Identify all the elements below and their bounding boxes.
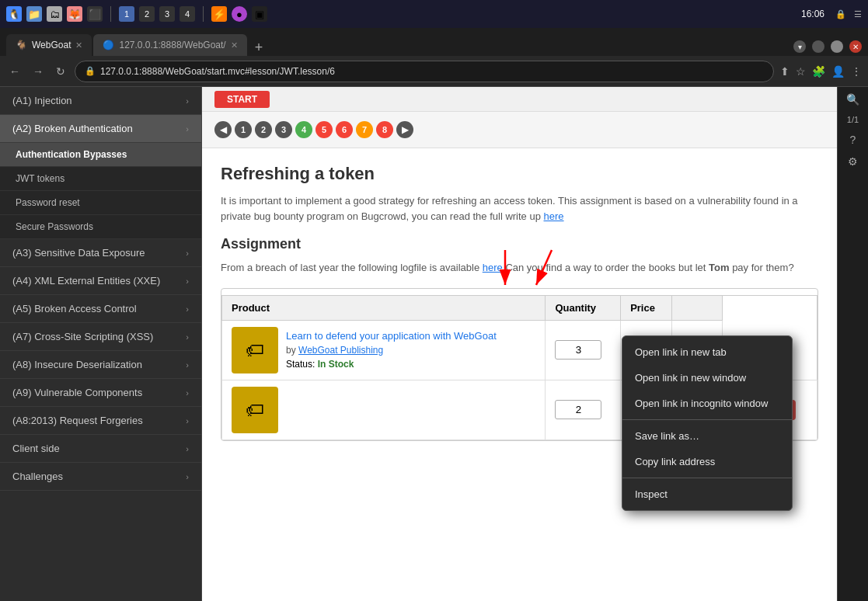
taskbar-menu-icon[interactable]: ☰ [854, 9, 862, 19]
taskbar-burp-icon[interactable]: ⚡ [211, 6, 227, 22]
taskbar-num2[interactable]: 2 [139, 6, 155, 22]
sidebar-item-a5[interactable]: (A5) Broken Access Control › [0, 295, 201, 323]
taskbar-arch-icon[interactable]: 🐧 [6, 6, 22, 22]
reload-button[interactable]: ↻ [53, 62, 68, 81]
product-author-link[interactable]: WebGoat Publishing [298, 345, 383, 356]
bookmark-icon[interactable]: ☆ [796, 65, 806, 78]
step-1[interactable]: 1 [235, 121, 252, 138]
taskbar-circle-icon[interactable]: ● [232, 6, 247, 22]
url-input[interactable]: 🔒 127.0.0.1:8888/WebGoat/start.mvc#lesso… [75, 61, 774, 82]
chevron-right-a5-icon: › [186, 304, 189, 314]
sidebar-item-a9[interactable]: (A9) Vulnerable Components › [0, 379, 201, 407]
context-inspect[interactable]: Inspect [622, 481, 792, 507]
context-separator-1 [622, 419, 792, 420]
sidebar-item-client[interactable]: Client side › [0, 435, 201, 463]
assignment-title: Assignment [221, 236, 818, 252]
product-status-label: Status: [286, 359, 315, 370]
tab-close-webgoat[interactable]: ✕ [75, 40, 82, 50]
sidebar-item-a2-broken-auth[interactable]: (A2) Broken Authentication › [0, 115, 201, 143]
sidebar-item-a2-label: (A2) Broken Authentication [12, 123, 133, 134]
sidebar-item-a8-2013[interactable]: (A8:2013) Request Forgeries › [0, 407, 201, 435]
qty-input-2[interactable] [555, 400, 601, 419]
chevron-right-a8-icon: › [186, 360, 189, 370]
tab-second-label: 127.0.0.1:8888/WebGoat/ [119, 40, 225, 50]
step-6[interactable]: 6 [336, 121, 353, 138]
next-step-button[interactable]: ▶ [396, 121, 413, 138]
sidebar-item-challenges-label: Challenges [12, 471, 63, 482]
profile-icon[interactable]: 👤 [831, 65, 845, 78]
chevron-right-icon: › [186, 96, 189, 106]
qty-input-1[interactable] [555, 340, 601, 360]
forward-button[interactable]: → [30, 62, 47, 81]
sidebar-sub-secure-pwd[interactable]: Secure Passwords [0, 215, 201, 239]
sidebar-sub-jwt-tokens[interactable]: JWT tokens [0, 167, 201, 191]
share-icon[interactable]: ⬆ [780, 65, 790, 78]
context-open-new-window[interactable]: Open link in new window [622, 365, 792, 391]
context-copy-link[interactable]: Copy link address [622, 449, 792, 474]
qty-cell-1 [546, 320, 621, 380]
assignment-here-link[interactable]: here [483, 262, 503, 273]
context-open-new-tab[interactable]: Open link in new tab [622, 339, 792, 365]
context-save-link[interactable]: Save link as… [622, 423, 792, 449]
tab-webgoat-label: WebGoat [32, 40, 71, 50]
tab-overflow-icon[interactable]: ▾ [793, 40, 806, 53]
sidebar-item-a4[interactable]: (A4) XML External Entities (XXE) › [0, 267, 201, 295]
taskbar-terminal2-icon[interactable]: ▣ [252, 6, 267, 22]
product-status-value: In Stock [318, 359, 354, 370]
minimize-icon[interactable] [812, 40, 824, 53]
product-title-link[interactable]: Learn to defend your application with We… [286, 330, 497, 342]
taskbar-num1[interactable]: 1 [119, 6, 134, 22]
taskbar-thunar-icon[interactable]: 🗂 [47, 6, 62, 22]
new-tab-button[interactable]: + [249, 40, 270, 56]
browser-window: 🐐 WebGoat ✕ 🔵 127.0.0.1:8888/WebGoat/ ✕ … [0, 28, 868, 601]
taskbar-firefox-icon[interactable]: 🦊 [67, 6, 82, 22]
step-5[interactable]: 5 [315, 121, 333, 138]
step-7[interactable]: 7 [356, 121, 373, 138]
step-8[interactable]: 8 [376, 121, 393, 138]
chevron-down-icon: › [186, 124, 189, 134]
sidebar-item-a8-2013-label: (A8:2013) Request Forgeries [12, 415, 143, 426]
sidebar-item-a7[interactable]: (A7) Cross-Site Scripting (XSS) › [0, 323, 201, 351]
sidebar-sub-pwd-reset[interactable]: Password reset [0, 191, 201, 215]
sidebar-page-icon: 1/1 [847, 115, 859, 124]
lesson-title: Refreshing a token [221, 164, 818, 184]
context-separator-2 [622, 478, 792, 478]
close-window-icon[interactable]: ✕ [849, 40, 862, 53]
maximize-icon[interactable] [831, 40, 843, 53]
sidebar-search-icon[interactable]: 🔍 [846, 93, 859, 106]
taskbar-terminal-icon[interactable]: ⬛ [87, 6, 103, 22]
menu-icon[interactable]: ⋮ [851, 65, 862, 78]
chevron-right-a8-2013-icon: › [186, 416, 189, 426]
sidebar-item-a3[interactable]: (A3) Sensitive Data Exposure › [0, 239, 201, 267]
context-menu: Open link in new tab Open link in new wi… [622, 335, 793, 511]
sidebar-sub-auth-bypasses[interactable]: Authentication Bypasses [0, 143, 201, 167]
url-text: 127.0.0.1:8888/WebGoat/start.mvc#lesson/… [100, 66, 335, 77]
lesson-here-link[interactable]: here [544, 210, 564, 222]
tom-name: Tom [709, 262, 729, 273]
col-action [671, 295, 723, 320]
tab-second[interactable]: 🔵 127.0.0.1:8888/WebGoat/ ✕ [93, 34, 246, 56]
sidebar-item-a8-deser[interactable]: (A8) Insecure Deserialization › [0, 351, 201, 379]
left-nav: (A1) Injection › (A2) Broken Authenticat… [0, 87, 202, 601]
taskbar-num4[interactable]: 4 [180, 6, 195, 22]
product-cell: 🏷 Learn to defend your application with … [222, 320, 546, 380]
prev-step-button[interactable]: ◀ [214, 121, 232, 138]
chevron-right-a3-icon: › [186, 248, 189, 258]
step-3[interactable]: 3 [275, 121, 292, 138]
start-button[interactable]: START [214, 91, 270, 108]
tab-webgoat[interactable]: 🐐 WebGoat ✕ [6, 34, 92, 56]
sidebar-item-challenges[interactable]: Challenges › [0, 463, 201, 491]
puzzle-icon[interactable]: 🧩 [812, 65, 825, 78]
sidebar-item-a1-injection[interactable]: (A1) Injection › [0, 87, 201, 115]
product-by: by [286, 345, 296, 356]
taskbar-num3[interactable]: 3 [159, 6, 175, 22]
context-open-incognito[interactable]: Open link in incognito window [622, 391, 792, 416]
sidebar-help-icon[interactable]: ? [850, 134, 856, 146]
taskbar-files-icon[interactable]: 📁 [26, 6, 42, 22]
step-4[interactable]: 4 [295, 121, 312, 138]
qty-cell-2 [546, 380, 621, 439]
step-2[interactable]: 2 [255, 121, 272, 138]
sidebar-gear-icon[interactable]: ⚙ [848, 155, 858, 168]
tab-close-second[interactable]: ✕ [231, 40, 238, 50]
back-button[interactable]: ← [6, 62, 23, 81]
